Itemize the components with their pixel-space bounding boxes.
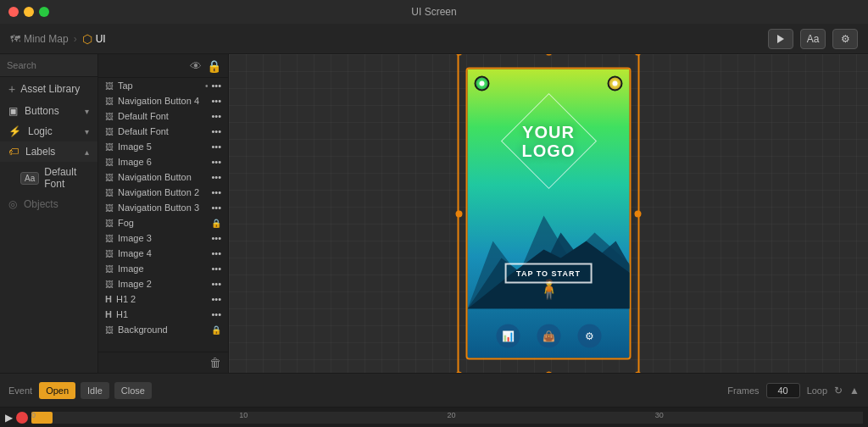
layer-image2[interactable]: 🖼 Image 2 ••• [98, 276, 228, 291]
main-content: 🔍 + Asset Library ▣ Buttons ▾ ⚡ Logic ▾ … [0, 54, 868, 373]
sidebar-item-labels[interactable]: 🏷 Labels ▴ [0, 141, 97, 162]
layer-image6[interactable]: 🖼 Image 6 ••• [98, 154, 228, 169]
more-icon: ••• [211, 263, 221, 274]
handle-bl[interactable] [456, 372, 463, 374]
buttons-icon: ▣ [8, 105, 18, 117]
close-button[interactable]: Close [114, 382, 152, 399]
track-area: ▶ 0 10 20 30 [0, 407, 868, 427]
more-icon: ••• [211, 279, 221, 289]
sidebar-item-buttons[interactable]: ▣ Buttons ▾ [0, 101, 97, 121]
layer-image4[interactable]: 🖼 Image 4 ••• [98, 246, 228, 261]
asset-library-label: Asset Library [20, 83, 80, 95]
loop-icon[interactable]: ↻ [834, 385, 843, 396]
more-icon: ••• [211, 80, 221, 91]
delete-icon[interactable]: 🗑 [209, 356, 221, 369]
visibility-icon: • [205, 81, 209, 91]
layer-fog[interactable]: 🖼 Fog 🔒 [98, 215, 228, 230]
breadcrumb-mindmap[interactable]: 🗺 Mind Map [10, 33, 69, 45]
event-label: Event [8, 385, 32, 396]
layer-nav-btn3[interactable]: 🖼 Navigation Button 3 ••• [98, 200, 228, 215]
layer-thumb-icon: 🖼 [105, 81, 114, 91]
font-button[interactable]: Aa [800, 29, 826, 49]
layer-image3[interactable]: 🖼 Image 3 ••• [98, 230, 228, 246]
layer-default-font-1[interactable]: 🖼 Default Font ••• [98, 108, 228, 124]
more-icon: ••• [211, 111, 221, 121]
timeline-right-controls: Frames 40 Loop ↻ ▲ [727, 383, 860, 398]
handle-tl[interactable] [456, 54, 463, 56]
sidebar-item-objects[interactable]: ◎ Objects [0, 194, 97, 214]
open-button[interactable]: Open [39, 382, 75, 399]
tap-to-start-button[interactable]: TAP TO START [504, 263, 593, 284]
layer-thumb-icon: 🖼 [105, 188, 114, 197]
layer-label: Default Font [118, 111, 169, 121]
idle-button[interactable]: Idle [81, 382, 109, 399]
layer-thumb-icon: 🖼 [105, 219, 114, 228]
search-container[interactable]: 🔍 [0, 54, 97, 77]
collapse-icon[interactable]: ▲ [849, 385, 860, 396]
handle-tr[interactable] [635, 54, 642, 56]
layer-nav-btn4[interactable]: 🖼 Navigation Button 4 ••• [98, 93, 228, 108]
layer-label: Default Font [118, 126, 169, 136]
more-icon: ••• [211, 141, 221, 152]
layer-thumb-icon: 🖼 [105, 325, 114, 335]
objects-label: Objects [24, 198, 58, 210]
handle-bm[interactable] [545, 372, 552, 374]
layers-list: 🖼 Tap • ••• 🖼 Navigation Button 4 ••• 🖼 [98, 78, 228, 352]
track-record-button[interactable] [16, 412, 28, 424]
breadcrumb-ui[interactable]: ⬡ UI [82, 32, 106, 46]
layer-background[interactable]: 🖼 Background 🔒 [98, 322, 228, 337]
window-controls[interactable] [8, 7, 49, 17]
maximize-button[interactable] [39, 7, 49, 17]
track-play-button[interactable]: ▶ [5, 412, 13, 424]
close-button[interactable] [8, 7, 19, 17]
play-button[interactable] [768, 29, 793, 49]
layer-label: Image 6 [118, 157, 152, 167]
default-font-label: Default Font [44, 166, 89, 190]
corner-marker-tr [608, 76, 623, 92]
layers-toolbar: 👁 🔒 [98, 54, 228, 78]
phone-frame: YOUR LOGO 🧍 TAP TO START [466, 68, 632, 360]
layer-h-icon: H [105, 309, 112, 319]
layer-thumb-icon: 🖼 [105, 97, 114, 106]
handle-ml[interactable] [456, 210, 463, 217]
lock-icon[interactable]: 🔒 [207, 59, 221, 73]
handle-tm[interactable] [545, 54, 552, 56]
frames-label: Frames [727, 385, 759, 396]
layers-footer: 🗑 [98, 352, 228, 373]
layer-h1[interactable]: H H1 ••• [98, 307, 228, 322]
asset-library-button[interactable]: + Asset Library [0, 77, 97, 101]
bag-icon-button[interactable]: 👜 [537, 324, 560, 348]
eye-icon[interactable]: 👁 [190, 59, 202, 73]
layer-default-font-2[interactable]: 🖼 Default Font ••• [98, 124, 228, 139]
settings-button[interactable]: ⚙ [832, 29, 858, 49]
handle-mr[interactable] [635, 210, 642, 217]
logo-text: YOUR LOGO [522, 123, 576, 160]
layer-h12[interactable]: H H1 2 ••• [98, 291, 228, 307]
layer-image[interactable]: 🖼 Image ••• [98, 261, 228, 276]
handle-br[interactable] [635, 372, 642, 374]
layer-nav-btn[interactable]: 🖼 Navigation Button ••• [98, 169, 228, 185]
stats-icon-button[interactable]: 📊 [496, 324, 520, 348]
more-icon: ••• [211, 233, 221, 243]
layer-nav-btn2[interactable]: 🖼 Navigation Button 2 ••• [98, 185, 228, 200]
default-font-item[interactable]: Aa Default Font [0, 162, 97, 194]
navbar: 🗺 Mind Map › ⬡ UI Aa ⚙ [0, 24, 868, 54]
logo-line2: LOGO [522, 141, 576, 160]
layer-tap[interactable]: 🖼 Tap • ••• [98, 78, 228, 93]
sidebar: 🔍 + Asset Library ▣ Buttons ▾ ⚡ Logic ▾ … [0, 54, 98, 373]
mind-map-icon: 🗺 [10, 33, 20, 45]
minimize-button[interactable] [24, 7, 34, 17]
gear-icon-button[interactable]: ⚙ [577, 324, 601, 348]
sidebar-item-logic[interactable]: ⚡ Logic ▾ [0, 121, 97, 141]
layer-label: Navigation Button [118, 172, 192, 182]
layer-image5[interactable]: 🖼 Image 5 ••• [98, 139, 228, 154]
play-icon [777, 35, 784, 43]
track-timeline[interactable]: 0 10 20 30 [31, 412, 863, 424]
layer-label: Image 5 [118, 141, 152, 152]
layer-label: H1 [116, 309, 128, 319]
frames-value: 40 [766, 383, 800, 398]
logic-icon: ⚡ [8, 125, 21, 137]
breadcrumb-current: UI [96, 33, 106, 45]
layer-label: Image [118, 263, 144, 274]
canvas-area[interactable]: YOUR LOGO 🧍 TAP TO START [229, 54, 868, 373]
